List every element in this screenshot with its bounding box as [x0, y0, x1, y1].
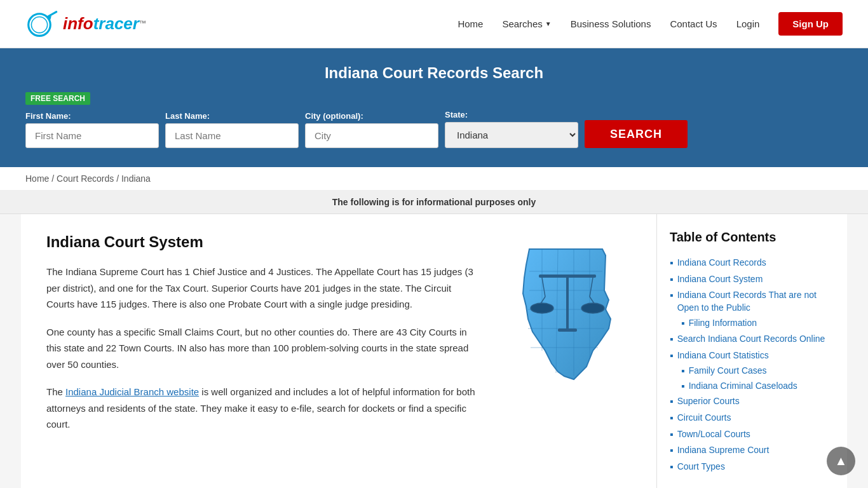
svg-point-1	[31, 17, 47, 33]
article-para2: One county has a specific Small Claims C…	[46, 324, 478, 373]
toc-link-not-open[interactable]: Indiana Court Records That are not Open …	[677, 289, 834, 314]
toc-item-4: ▪ Search Indiana Court Records Online	[670, 331, 834, 348]
toc-link-family[interactable]: Family Court Cases	[689, 365, 767, 377]
site-header: infotracer™ Home Searches ▼ Business Sol…	[0, 0, 868, 48]
nav-business-solutions[interactable]: Business Solutions	[571, 18, 651, 29]
free-search-badge: FREE SEARCH	[25, 92, 90, 105]
chevron-down-icon: ▼	[545, 20, 552, 27]
bullet-icon: ▪	[670, 429, 674, 440]
bullet-icon: ▪	[670, 334, 674, 345]
toc-link-statistics[interactable]: Indiana Court Statistics	[677, 349, 769, 362]
info-bar: The following is for informational purpo…	[0, 191, 868, 214]
search-form: First Name: Last Name: City (optional): …	[25, 110, 788, 148]
search-button[interactable]: SEARCH	[585, 120, 688, 148]
toc-title: Table of Contents	[670, 230, 834, 245]
bullet-icon: ▪	[670, 445, 674, 456]
bullet-icon: ▪	[681, 365, 685, 377]
logo-icon	[25, 6, 60, 41]
toc-sublist-1: ▪ Filing Information	[670, 316, 834, 331]
para3-prefix: The	[46, 386, 65, 397]
state-select[interactable]: Indiana Alabama Alaska California Florid…	[445, 122, 578, 148]
breadcrumb-home[interactable]: Home	[25, 173, 49, 184]
indiana-map-svg	[504, 240, 631, 392]
nav-home[interactable]: Home	[458, 18, 483, 29]
svg-rect-21	[558, 329, 577, 332]
signup-button[interactable]: Sign Up	[778, 12, 843, 36]
toc-link-filing[interactable]: Filing Information	[689, 317, 757, 330]
article-title: Indiana Court System	[46, 233, 478, 251]
toc-item-10: ▪ Court Types	[670, 459, 834, 475]
toc-link-court-system[interactable]: Indiana Court System	[677, 273, 763, 286]
last-name-input[interactable]	[165, 123, 299, 148]
breadcrumb-current: Indiana	[121, 173, 151, 184]
first-name-label: First Name:	[25, 111, 159, 121]
toc-item-3: ▪ Indiana Court Records That are not Ope…	[670, 287, 834, 316]
toc-item-filing: ▪ Filing Information	[681, 316, 834, 331]
article-content: Indiana Court System The Indiana Supreme…	[21, 214, 656, 488]
article-para3: The Indiana Judicial Branch website is w…	[46, 384, 478, 433]
first-name-input[interactable]	[25, 123, 159, 148]
logo[interactable]: infotracer™	[25, 6, 146, 41]
bullet-icon: ▪	[670, 396, 674, 407]
indiana-map	[504, 240, 631, 394]
toc-link-supreme[interactable]: Indiana Supreme Court	[677, 444, 770, 457]
svg-rect-14	[539, 274, 596, 278]
bullet-icon: ▪	[670, 412, 674, 424]
toc-item-2: ▪ Indiana Court System	[670, 271, 834, 288]
toc-item-family: ▪ Family Court Cases	[681, 363, 834, 379]
first-name-group: First Name:	[25, 111, 159, 148]
breadcrumb: Home / Court Records / Indiana	[0, 167, 868, 191]
login-button[interactable]: Login	[736, 18, 760, 29]
state-group: State: Indiana Alabama Alaska California…	[445, 110, 578, 148]
toc-item-5: ▪ Indiana Court Statistics	[670, 348, 834, 364]
logo-tm: ™	[139, 19, 146, 27]
bullet-icon: ▪	[670, 274, 674, 285]
scroll-to-top-button[interactable]: ▲	[827, 447, 855, 475]
article-para1: The Indiana Supreme Court has 1 Chief Ju…	[46, 264, 478, 313]
svg-point-20	[581, 303, 604, 313]
toc-link-town-local[interactable]: Town/Local Courts	[677, 428, 750, 441]
state-label: State:	[445, 110, 578, 119]
bullet-icon: ▪	[681, 318, 685, 329]
bullet-icon: ▪	[681, 381, 685, 392]
toc-link-search-online[interactable]: Search Indiana Court Records Online	[677, 333, 825, 346]
toc-item-7: ▪ Circuit Courts	[670, 410, 834, 426]
svg-rect-13	[566, 274, 569, 332]
breadcrumb-sep2: /	[116, 173, 121, 184]
judicial-branch-link[interactable]: Indiana Judicial Branch website	[65, 386, 199, 397]
toc-item-8: ▪ Town/Local Courts	[670, 426, 834, 443]
city-input[interactable]	[305, 123, 438, 148]
bullet-icon: ▪	[670, 257, 674, 269]
table-of-contents: Table of Contents ▪ Indiana Court Record…	[656, 214, 847, 488]
last-name-group: Last Name:	[165, 111, 299, 148]
nav-searches[interactable]: Searches ▼	[502, 18, 551, 29]
main-content: Indiana Court System The Indiana Supreme…	[21, 214, 847, 488]
toc-link-superior[interactable]: Superior Courts	[677, 395, 740, 408]
article-header: Indiana Court System The Indiana Supreme…	[46, 233, 631, 444]
breadcrumb-sep1: /	[51, 173, 57, 184]
toc-item-criminal: ▪ Indiana Criminal Caseloads	[681, 379, 834, 394]
toc-item-1: ▪ Indiana Court Records	[670, 255, 834, 271]
nav-contact-us[interactable]: Contact Us	[670, 18, 717, 29]
bullet-icon: ▪	[670, 290, 674, 301]
toc-link-circuit[interactable]: Circuit Courts	[677, 412, 731, 424]
svg-point-17	[531, 303, 553, 313]
toc-link-court-types[interactable]: Court Types	[677, 461, 725, 473]
toc-list: ▪ Indiana Court Records ▪ Indiana Court …	[670, 255, 834, 475]
banner-title: Indiana Court Records Search	[25, 64, 843, 82]
svg-line-2	[48, 12, 57, 17]
toc-item-6: ▪ Superior Courts	[670, 393, 834, 410]
last-name-label: Last Name:	[165, 111, 299, 121]
main-nav: Home Searches ▼ Business Solutions Conta…	[458, 12, 843, 36]
search-banner: Indiana Court Records Search FREE SEARCH…	[0, 48, 868, 167]
chevron-up-icon: ▲	[835, 454, 848, 468]
bullet-icon: ▪	[670, 461, 674, 473]
toc-item-9: ▪ Indiana Supreme Court	[670, 442, 834, 459]
bullet-icon: ▪	[670, 350, 674, 362]
city-label: City (optional):	[305, 111, 438, 121]
breadcrumb-court-records[interactable]: Court Records	[57, 173, 114, 184]
toc-link-criminal[interactable]: Indiana Criminal Caseloads	[689, 380, 797, 393]
toc-link-court-records[interactable]: Indiana Court Records	[677, 257, 766, 269]
city-group: City (optional):	[305, 111, 438, 148]
toc-sublist-2: ▪ Family Court Cases ▪ Indiana Criminal …	[670, 363, 834, 393]
